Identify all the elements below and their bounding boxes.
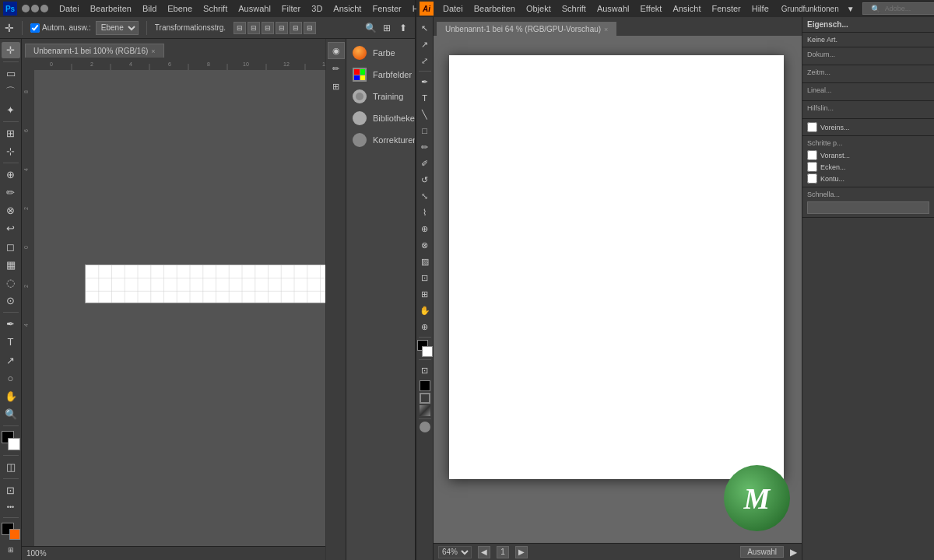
ps-menu-bild[interactable]: Bild — [138, 2, 161, 15]
align-middle-btn[interactable]: ⊟ — [290, 22, 302, 34]
view-toggle-icon[interactable]: ⊞ — [380, 21, 394, 35]
brush-tool-btn[interactable]: ✏ — [2, 184, 20, 201]
ps-menu-filter[interactable]: Filter — [277, 2, 305, 15]
ai-transform-tool[interactable]: ⤢ — [417, 53, 433, 68]
shape-tool-btn[interactable]: ○ — [2, 370, 20, 387]
marquee-tool-btn[interactable]: ▭ — [2, 65, 20, 82]
ps-tab-close[interactable]: × — [151, 47, 155, 55]
ai-menu-datei[interactable]: Datei — [438, 2, 468, 15]
ai-nav-next-btn[interactable]: ▶ — [515, 546, 528, 558]
ai-voranst-checkbox[interactable] — [807, 150, 817, 160]
extra-tools-btn[interactable]: ••• — [2, 500, 20, 514]
ai-rect-tool[interactable]: □ — [417, 123, 433, 138]
dodge-tool-btn[interactable]: ⊙ — [2, 292, 20, 309]
ai-menu-bearbeiten[interactable]: Bearbeiten — [469, 2, 520, 15]
ai-workspace-dropdown[interactable]: ▼ — [847, 5, 855, 13]
ai-voreins-checkbox[interactable] — [807, 122, 817, 132]
ps-document-tab[interactable]: Unbenannt-1 bei 100% (RGB/16) × — [25, 44, 164, 58]
zoom-tool-btn[interactable]: 🔍 — [2, 406, 20, 422]
ai-color-btn[interactable] — [420, 380, 430, 391]
ai-artboard-tool[interactable]: ⊡ — [417, 270, 433, 285]
ai-zoom-select[interactable]: 64% — [438, 546, 472, 558]
ai-menu-hilfe[interactable]: Hilfe — [747, 2, 774, 15]
flyout-layers-icon[interactable]: ⊞ — [328, 78, 345, 95]
ps-minimize-btn[interactable] — [22, 5, 30, 12]
ai-pen-tool[interactable]: ✒ — [417, 74, 433, 89]
flyout-item-farbfelder[interactable]: Farbfelder — [346, 64, 415, 86]
ai-kontu-checkbox[interactable] — [807, 173, 817, 184]
align-right-btn[interactable]: ⊟ — [262, 22, 274, 34]
share-icon[interactable]: ⬆ — [396, 21, 410, 35]
align-center-btn[interactable]: ⊟ — [248, 22, 260, 34]
ai-scale-tool[interactable]: ⤡ — [417, 188, 433, 204]
crop-tool-btn[interactable]: ⊞ — [2, 125, 20, 142]
ai-document-tab[interactable]: Unbenannt-1 bei 64 % (RGB/GPU-Vorschau) … — [437, 22, 616, 36]
flyout-item-korrekturen[interactable]: Korrekturen — [346, 129, 415, 151]
ai-column-graph-tool[interactable]: ▨ — [417, 254, 433, 269]
move-tool-btn[interactable]: ✛ — [2, 42, 20, 58]
ai-menu-ansicht[interactable]: Ansicht — [668, 2, 705, 15]
move-tool-icon[interactable]: ✛ — [5, 22, 14, 34]
flyout-brush-icon[interactable]: ✏ — [328, 60, 345, 77]
ai-auswahl-btn[interactable]: Auswahl — [740, 546, 784, 558]
ai-rotate-tool[interactable]: ↺ — [417, 172, 433, 187]
align-left-btn[interactable]: ⊟ — [234, 22, 246, 34]
flyout-item-farbe[interactable]: Farbe — [346, 42, 415, 64]
ps-menu-fenster[interactable]: Fenster — [367, 2, 406, 15]
autom-checkbox[interactable] — [30, 23, 40, 33]
ai-none-btn[interactable] — [420, 405, 430, 416]
flyout-color-icon[interactable]: ◉ — [328, 42, 345, 59]
quick-mask-btn[interactable]: ◫ — [2, 459, 20, 475]
ps-menu-3d[interactable]: 3D — [307, 2, 327, 15]
ai-menu-fenster[interactable]: Fenster — [707, 2, 745, 15]
layer-select[interactable]: Ebene — [96, 21, 139, 35]
ai-direct-select-tool[interactable]: ↗ — [417, 37, 433, 52]
flyout-item-training[interactable]: Training — [346, 86, 415, 107]
accent-color-swatch[interactable] — [9, 529, 20, 540]
gradient-tool-btn[interactable]: ▦ — [2, 257, 20, 273]
ai-ecken-checkbox[interactable] — [807, 162, 817, 172]
ai-warp-tool[interactable]: ⌇ — [417, 205, 433, 220]
ps-menu-datei[interactable]: Datei — [54, 2, 84, 15]
eyedropper-tool-btn[interactable]: ⊹ — [2, 143, 20, 159]
history-tool-btn[interactable]: ↩ — [2, 220, 20, 236]
ps-menu-ebene[interactable]: Ebene — [163, 2, 197, 15]
hand-tool-btn[interactable]: ✋ — [2, 388, 20, 404]
ai-select-tool[interactable]: ↖ — [417, 20, 433, 36]
pen-tool-btn[interactable]: ✒ — [2, 316, 20, 332]
search-icon[interactable]: 🔍 — [363, 21, 377, 35]
ps-menu-ansicht[interactable]: Ansicht — [328, 2, 366, 15]
ps-menu-bearbeiten[interactable]: Bearbeiten — [86, 2, 136, 15]
ai-menu-objekt[interactable]: Objekt — [521, 2, 556, 15]
ai-menu-schrift[interactable]: Schrift — [557, 2, 591, 15]
align-top-btn[interactable]: ⊟ — [276, 22, 288, 34]
wand-tool-btn[interactable]: ✦ — [2, 101, 20, 117]
ps-maximize-btn[interactable] — [31, 5, 39, 12]
screen-mode-btn[interactable]: ⊡ — [2, 482, 20, 499]
path-tool-btn[interactable]: ↗ — [2, 352, 20, 369]
ai-search-input[interactable] — [885, 5, 934, 12]
ps-canvas-area[interactable] — [34, 70, 325, 546]
ai-blend-tool[interactable]: ⊕ — [417, 221, 433, 236]
lasso-tool-btn[interactable]: ⌒ — [2, 83, 20, 100]
ai-gradient-btn[interactable] — [420, 393, 430, 404]
ai-screen-mode-btn[interactable]: ⊡ — [417, 362, 433, 378]
ai-pencil-tool[interactable]: ✐ — [417, 156, 433, 171]
ai-menu-effekt[interactable]: Effekt — [635, 2, 666, 15]
ai-zoom-tool[interactable]: ⊕ — [417, 319, 433, 334]
align-bottom-btn[interactable]: ⊟ — [304, 22, 316, 34]
ps-menu-schrift[interactable]: Schrift — [198, 2, 232, 15]
ai-circle-btn[interactable] — [420, 422, 430, 432]
ai-symbol-tool[interactable]: ⊗ — [417, 237, 433, 253]
ai-nav-prev-btn[interactable]: ◀ — [478, 546, 490, 558]
ai-tab-close[interactable]: × — [604, 26, 608, 33]
flyout-item-bibliotheken[interactable]: Bibliotheken — [346, 107, 415, 129]
ai-bg-color[interactable] — [422, 346, 433, 357]
ps-menu-auswahl[interactable]: Auswahl — [234, 2, 276, 15]
ai-canvas-area[interactable]: M — [434, 36, 802, 543]
ai-type-tool[interactable]: T — [417, 90, 433, 106]
ai-paintbrush-tool[interactable]: ✏ — [417, 139, 433, 155]
ps-close-btn[interactable] — [40, 5, 48, 12]
ai-slice-tool[interactable]: ⊞ — [417, 286, 433, 302]
ai-schnella-bar[interactable] — [807, 201, 929, 214]
